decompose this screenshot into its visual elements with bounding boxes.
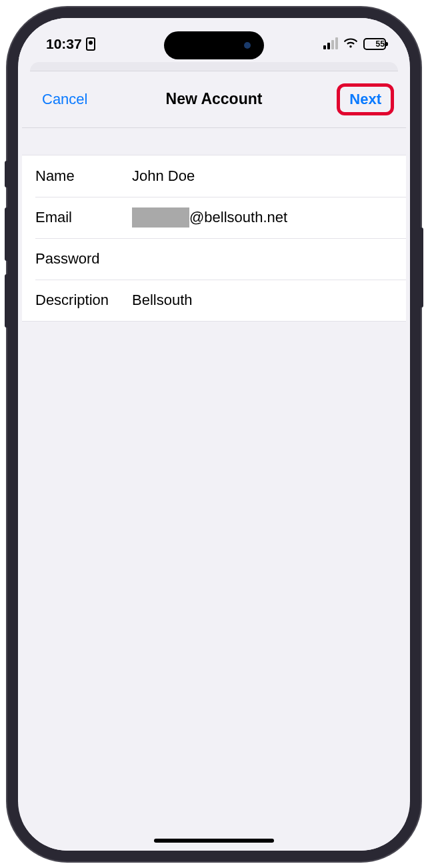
orientation-lock-icon [86,37,95,51]
battery-icon: 55 [363,38,386,50]
redacted-email-prefix [132,207,189,228]
email-field[interactable]: @bellsouth.net [132,207,393,228]
dynamic-island [164,31,264,59]
account-form: Name John Doe Email @bellsouth.net Passw… [22,155,406,322]
name-label: Name [35,167,132,185]
name-field[interactable]: John Doe [132,167,393,185]
home-indicator[interactable] [154,839,274,843]
password-row[interactable]: Password [22,238,406,280]
email-label: Email [35,209,132,226]
phone-screen: 10:37 55 Cancel New Account [18,18,410,851]
password-label: Password [35,250,132,268]
email-suffix: @bellsouth.net [189,209,287,226]
background-card [30,62,398,71]
name-row[interactable]: Name John Doe [22,155,406,197]
phone-frame: 10:37 55 Cancel New Account [7,7,421,861]
new-account-modal: Cancel New Account Next Name John Doe Em… [22,71,406,851]
battery-level: 55 [376,39,385,49]
silent-switch [5,161,9,187]
cancel-button[interactable]: Cancel [37,88,93,111]
modal-nav-bar: Cancel New Account Next [22,71,406,128]
annotation-highlight: Next [337,83,394,115]
description-row[interactable]: Description Bellsouth [22,280,406,321]
power-button [419,228,423,308]
status-time: 10:37 [46,36,82,52]
cellular-signal-icon [323,39,338,49]
next-button[interactable]: Next [344,88,387,111]
status-left: 10:37 [46,36,95,52]
volume-up-button [5,207,9,261]
description-label: Description [35,292,132,309]
volume-down-button [5,274,9,328]
wifi-icon [343,37,358,51]
description-field[interactable]: Bellsouth [132,292,393,309]
email-row[interactable]: Email @bellsouth.net [22,197,406,238]
status-right: 55 [323,37,386,51]
